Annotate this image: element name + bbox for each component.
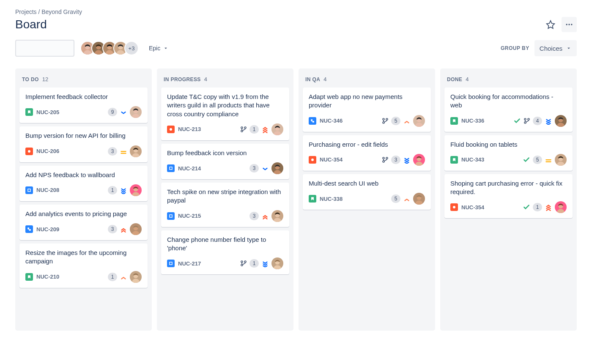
svg-point-69 xyxy=(386,157,388,159)
priority-mediumhigh-icon xyxy=(403,117,411,125)
priority-highest-icon xyxy=(545,203,552,211)
card-title: Change phone number field type to 'phone… xyxy=(167,235,283,253)
svg-point-39 xyxy=(244,127,246,129)
issue-key: NUC-208 xyxy=(36,187,59,193)
column-count: 12 xyxy=(42,76,48,82)
svg-point-2 xyxy=(571,24,572,25)
story-points-badge: 3 xyxy=(108,225,117,233)
issue-card[interactable]: Fluid booking on tablets NUC-343 5 xyxy=(444,135,573,171)
priority-medium-icon xyxy=(120,148,127,155)
story-points-badge: 3 xyxy=(108,147,117,156)
bug-icon xyxy=(309,156,316,164)
column: DONE 4 Quick booking for accommodations … xyxy=(440,68,577,331)
avatar-overflow[interactable]: +3 xyxy=(124,41,139,55)
issue-card[interactable]: Bump version for new API for billing NUC… xyxy=(19,126,148,162)
issue-card[interactable]: Bump feedback icon version NUC-214 3 xyxy=(161,144,289,179)
epic-filter[interactable]: Epic xyxy=(145,41,173,56)
issue-key: NUC-336 xyxy=(461,118,484,124)
column-header: IN PROGRESS 4 xyxy=(161,73,289,88)
star-icon[interactable] xyxy=(543,17,558,32)
issue-card[interactable]: Implement feedback collector NUC-205 9 xyxy=(19,88,148,123)
issue-card[interactable]: Quick booking for accommodations - web N… xyxy=(444,88,573,132)
breadcrumb-root[interactable]: Projects xyxy=(15,8,37,15)
assignee-avatar[interactable] xyxy=(130,271,142,283)
assignee-avatar[interactable] xyxy=(413,154,425,166)
issue-key: NUC-206 xyxy=(36,148,59,154)
svg-point-67 xyxy=(383,157,384,159)
card-title: Purchasing error - edit fields xyxy=(309,140,425,149)
group-by-value: Choices xyxy=(540,45,562,52)
branch-icon xyxy=(382,156,389,163)
issue-key: NUC-354 xyxy=(461,204,484,211)
issue-card[interactable]: Shoping cart purchasing error - quick fi… xyxy=(444,174,573,219)
card-title: Resize the images for the upcoming campa… xyxy=(25,249,142,266)
task-icon xyxy=(25,186,33,194)
task-icon xyxy=(167,260,175,267)
chevron-down-icon xyxy=(163,45,169,51)
page-title: Board xyxy=(15,18,47,31)
card-title: Adapt web app no new payments provider xyxy=(309,93,425,110)
svg-rect-58 xyxy=(311,119,312,121)
more-icon[interactable] xyxy=(562,17,577,32)
assignee-avatar[interactable] xyxy=(413,115,425,127)
svg-point-60 xyxy=(383,118,384,120)
issue-key: NUC-217 xyxy=(178,260,201,267)
column-title: TO DO xyxy=(22,77,39,82)
assignee-avatar[interactable] xyxy=(271,210,283,222)
priority-high-icon xyxy=(261,212,269,220)
assignee-avatar[interactable] xyxy=(271,123,283,135)
assignee-avatar[interactable] xyxy=(413,193,425,205)
priority-medium-icon xyxy=(545,156,552,164)
issue-key: NUC-354 xyxy=(320,156,343,163)
story-points-badge: 3 xyxy=(391,156,400,164)
column-header: IN QA 4 xyxy=(303,73,431,88)
assignee-avatar[interactable] xyxy=(130,145,142,157)
column: IN QA 4 Adapt web app no new payments pr… xyxy=(299,68,435,331)
card-title: Multi-dest search UI web xyxy=(309,179,425,188)
column-count: 4 xyxy=(466,76,469,82)
column-count: 4 xyxy=(204,76,207,82)
story-points-badge: 1 xyxy=(533,203,542,211)
issue-key: NUC-346 xyxy=(320,118,343,124)
priority-high-icon xyxy=(120,225,127,233)
assignee-avatar[interactable] xyxy=(130,223,142,235)
svg-rect-47 xyxy=(170,215,172,217)
issue-card[interactable]: Resize the images for the upcoming campa… xyxy=(19,244,148,288)
assignee-avatar[interactable] xyxy=(555,154,567,166)
issue-card[interactable]: Adapt web app no new payments provider N… xyxy=(303,88,431,132)
assignee-avatar[interactable] xyxy=(130,184,142,196)
issue-key: NUC-214 xyxy=(178,165,201,172)
branch-icon xyxy=(382,118,389,124)
assignee-avatar[interactable] xyxy=(555,115,567,127)
issue-card[interactable]: Add analytics events to pricing page NUC… xyxy=(19,205,148,240)
svg-point-76 xyxy=(524,118,526,120)
priority-mediumhigh-icon xyxy=(403,195,411,203)
svg-point-1 xyxy=(568,24,570,25)
issue-card[interactable]: Multi-dest search UI web NUC-338 5 xyxy=(303,174,431,210)
issue-key: NUC-210 xyxy=(36,274,59,280)
svg-point-37 xyxy=(241,127,243,129)
done-check-icon xyxy=(523,156,530,164)
issue-card[interactable]: Change phone number field type to 'phone… xyxy=(161,230,289,275)
assignee-avatar[interactable] xyxy=(271,162,283,174)
issue-key: NUC-215 xyxy=(178,213,201,219)
svg-rect-28 xyxy=(27,227,29,229)
svg-point-52 xyxy=(241,261,243,263)
branch-icon xyxy=(240,260,247,267)
story-points-badge: 9 xyxy=(108,108,117,116)
breadcrumb-project[interactable]: Beyond Gravity xyxy=(41,8,82,15)
assignee-avatar[interactable] xyxy=(130,106,142,118)
issue-card[interactable]: Add NPS feedback to wallboard NUC-208 1 xyxy=(19,166,148,201)
issue-card[interactable]: Update T&C copy with v1.9 from the write… xyxy=(161,88,289,140)
card-title: Add analytics events to pricing page xyxy=(25,210,142,218)
assignee-avatar[interactable] xyxy=(555,201,567,213)
issue-card[interactable]: Purchasing error - edit fields NUC-354 3 xyxy=(303,135,431,171)
story-icon xyxy=(25,273,33,281)
avatar-group[interactable]: +3 xyxy=(80,41,139,55)
group-by-select[interactable]: Choices xyxy=(534,40,577,56)
card-title: Add NPS feedback to wallboard xyxy=(25,171,142,179)
search-input[interactable] xyxy=(15,40,74,57)
issue-card[interactable]: Tech spike on new stripe integration wit… xyxy=(161,183,289,227)
assignee-avatar[interactable] xyxy=(271,257,283,269)
group-by-label: GROUP BY xyxy=(501,45,529,51)
